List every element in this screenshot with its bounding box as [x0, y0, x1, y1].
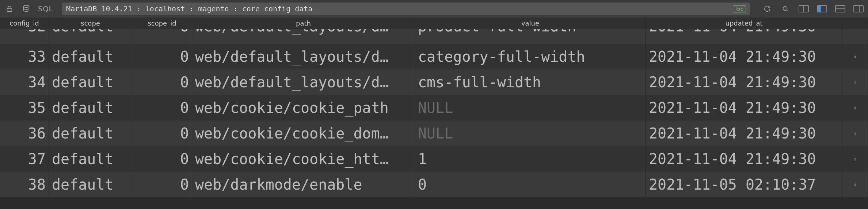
table-row[interactable]: 37default0web/cookie/cookie_htt…12021-11…: [0, 146, 868, 172]
cell-scope_id[interactable]: 0: [132, 69, 192, 95]
cell-value[interactable]: product-full-width: [415, 29, 646, 44]
lock-icon[interactable]: [4, 4, 15, 14]
cell-scope[interactable]: default: [49, 44, 132, 69]
column-header-config_id[interactable]: config_id: [0, 18, 49, 29]
cell-updated_at[interactable]: 2021-11-04 21:49:30: [646, 95, 842, 121]
row-reorder-icon[interactable]: ▴▾: [842, 172, 868, 197]
cell-config_id[interactable]: 34: [0, 69, 49, 95]
cell-updated_at[interactable]: 2021-11-04 21:49:30: [646, 44, 842, 69]
cell-scope[interactable]: default: [49, 172, 132, 197]
column-header-scope[interactable]: scope: [49, 18, 132, 29]
cell-config_id[interactable]: 36: [0, 121, 49, 146]
column-header-scope_id[interactable]: scope_id: [132, 18, 192, 29]
cell-config_id[interactable]: 33: [0, 44, 49, 69]
svg-rect-0: [7, 8, 12, 11]
cell-path[interactable]: web/default_layouts/d…: [192, 69, 415, 95]
cell-scope_id[interactable]: 0: [132, 146, 192, 172]
svg-point-1: [24, 5, 29, 8]
panel-right-icon[interactable]: [853, 5, 864, 12]
cell-path[interactable]: web/default_layouts/d…: [192, 44, 415, 69]
cell-scope[interactable]: default: [49, 29, 132, 44]
table-row[interactable]: 36default0web/cookie/cookie_dom…NULL2021…: [0, 121, 868, 146]
cell-path[interactable]: web/cookie/cookie_dom…: [192, 121, 415, 146]
table-header: config_idscopescope_idpathvalueupdated_a…: [0, 18, 868, 29]
column-header-path[interactable]: path: [192, 18, 415, 29]
cell-scope[interactable]: default: [49, 146, 132, 172]
toolbar: SQL MariaDB 10.4.21 : localhost : magent…: [0, 0, 868, 18]
cell-scope_id[interactable]: 0: [132, 172, 192, 197]
refresh-icon[interactable]: [762, 4, 772, 14]
cell-value[interactable]: NULL: [415, 121, 646, 146]
database-icon[interactable]: [21, 4, 31, 14]
table-row[interactable]: 35default0web/cookie/cookie_pathNULL2021…: [0, 95, 868, 121]
cell-updated_at[interactable]: 2021-11-04 21:49:30: [646, 146, 842, 172]
cell-scope_id[interactable]: 0: [132, 95, 192, 121]
cell-scope[interactable]: default: [49, 121, 132, 146]
cell-updated_at[interactable]: 2021-11-04 21:49:30: [646, 121, 842, 146]
cell-path[interactable]: web/darkmode/enable: [192, 172, 415, 197]
cell-path[interactable]: web/cookie/cookie_path: [192, 95, 415, 121]
cell-updated_at[interactable]: 2021-11-04 21:49:30: [646, 29, 842, 44]
sql-label[interactable]: SQL: [38, 4, 53, 13]
cell-scope[interactable]: default: [49, 95, 132, 121]
cell-value[interactable]: 0: [415, 172, 646, 197]
table-body: 32default0web/default_layouts/d…product-…: [0, 29, 868, 197]
cell-config_id[interactable]: 32: [0, 29, 49, 44]
breadcrumb-text: MariaDB 10.4.21 : localhost : magento : …: [66, 4, 312, 13]
cell-updated_at[interactable]: 2021-11-05 02:10:37: [646, 172, 842, 197]
cell-path[interactable]: web/default_layouts/d…: [192, 29, 415, 44]
table-row[interactable]: 38default0web/darkmode/enable02021-11-05…: [0, 172, 868, 197]
row-reorder-icon[interactable]: ▴▾: [842, 39, 868, 44]
column-header-sort: [842, 18, 868, 29]
cell-path[interactable]: web/cookie/cookie_htt…: [192, 146, 415, 172]
row-reorder-icon[interactable]: ▴▾: [842, 146, 868, 172]
cell-scope_id[interactable]: 0: [132, 29, 192, 44]
panel-sidebyside-icon[interactable]: [799, 5, 809, 12]
svg-point-2: [783, 7, 787, 11]
cell-value[interactable]: category-full-width: [415, 44, 646, 69]
row-reorder-icon[interactable]: ▴▾: [842, 69, 868, 95]
cell-config_id[interactable]: 35: [0, 95, 49, 121]
cell-updated_at[interactable]: 2021-11-04 21:49:30: [646, 69, 842, 95]
table-row[interactable]: 33default0web/default_layouts/d…category…: [0, 44, 868, 69]
panel-bottom-icon[interactable]: [835, 5, 845, 12]
location-badge: loc: [733, 5, 746, 12]
row-reorder-icon[interactable]: ▴▾: [842, 95, 868, 121]
panel-left-icon[interactable]: [817, 5, 827, 12]
cell-value[interactable]: cms-full-width: [415, 69, 646, 95]
row-reorder-icon[interactable]: ▴▾: [842, 44, 868, 69]
cell-scope_id[interactable]: 0: [132, 44, 192, 69]
search-icon[interactable]: [780, 4, 791, 14]
cell-value[interactable]: 1: [415, 146, 646, 172]
cell-scope[interactable]: default: [49, 69, 132, 95]
breadcrumb[interactable]: MariaDB 10.4.21 : localhost : magento : …: [62, 3, 750, 15]
table-row[interactable]: 34default0web/default_layouts/d…cms-full…: [0, 69, 868, 95]
cell-config_id[interactable]: 37: [0, 146, 49, 172]
column-header-updated_at[interactable]: updated_at: [646, 18, 842, 29]
column-header-value[interactable]: value: [415, 18, 646, 29]
footer-spacer: [0, 197, 868, 205]
cell-config_id[interactable]: 38: [0, 172, 49, 197]
cell-scope_id[interactable]: 0: [132, 121, 192, 146]
table-row[interactable]: 32default0web/default_layouts/d…product-…: [0, 29, 868, 44]
row-reorder-icon[interactable]: ▴▾: [842, 121, 868, 146]
cell-value[interactable]: NULL: [415, 95, 646, 121]
